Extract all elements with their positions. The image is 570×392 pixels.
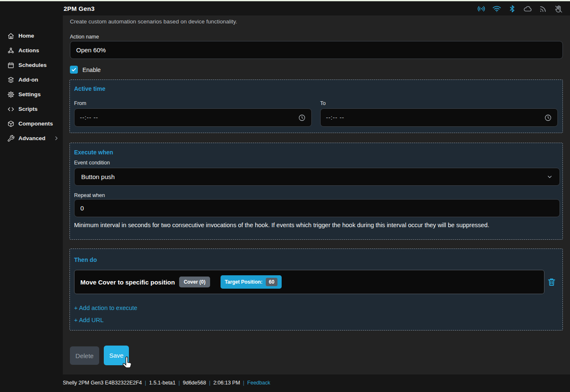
footer-version: 1.5.1-beta1 — [149, 380, 175, 386]
chevron-right-icon — [54, 136, 59, 141]
enable-checkbox[interactable] — [70, 66, 78, 74]
ap-icon — [477, 4, 486, 13]
browser-edge-strip — [0, 0, 570, 1]
sidebar: Home Actions Schedules — [0, 1, 63, 392]
from-time-input[interactable]: --:-- -- — [74, 108, 312, 127]
footer-time: 2:06:13 PM — [213, 380, 240, 386]
sidebar-item-label: Settings — [18, 91, 41, 97]
footer-separator: | — [209, 380, 210, 386]
clock-icon[interactable] — [544, 114, 552, 122]
target-position-badge-label: Target Position: — [225, 279, 262, 285]
to-time-input[interactable]: --:-- -- — [320, 108, 558, 127]
action-name-label: Action name — [70, 34, 99, 40]
gear-icon — [7, 91, 15, 98]
action-row-label: Move Cover to specific position — [80, 279, 175, 286]
code-icon — [7, 105, 15, 113]
action-name-value: Open 60% — [76, 46, 106, 54]
footer-separator: | — [145, 380, 146, 386]
touch-disabled-icon — [554, 4, 563, 13]
sidebar-item-label: Schedules — [18, 62, 47, 68]
enable-row: Enable — [70, 66, 101, 74]
active-time-title: Active time — [74, 85, 105, 92]
from-label: From — [74, 100, 312, 106]
then-do-action-row[interactable]: Move Cover to specific position Cover (0… — [74, 270, 544, 294]
sidebar-item-label: Home — [18, 33, 34, 39]
then-do-title: Then do — [74, 256, 97, 263]
sidebar-item-label: Components — [18, 120, 53, 127]
page-title: 2PM Gen3 — [64, 5, 95, 12]
chevron-down-icon — [547, 174, 553, 180]
repeat-when-value: 0 — [80, 205, 84, 212]
sidebar-item-scripts[interactable]: Scripts — [0, 102, 63, 116]
components-icon — [7, 120, 15, 128]
footer-separator: | — [243, 380, 244, 386]
active-time-section: Active time From --:-- -- To --:-- -- — [69, 79, 563, 133]
status-icon-bar — [477, 4, 563, 13]
to-label: To — [320, 100, 558, 106]
add-action-link[interactable]: + Add action to execute — [74, 305, 137, 311]
repeat-when-label: Repeat when — [74, 192, 105, 198]
feedback-link[interactable]: Feedback — [247, 380, 270, 386]
footer-device: Shelly 2PM Gen3 E4B32322E2F4 — [63, 380, 142, 386]
add-url-link[interactable]: + Add URL — [74, 317, 104, 323]
calendar-icon — [7, 61, 15, 69]
wrench-icon — [7, 135, 15, 142]
enable-label: Enable — [82, 67, 101, 73]
sidebar-item-settings[interactable]: Settings — [0, 87, 63, 102]
save-button[interactable]: Save — [104, 346, 129, 365]
cloud-icon — [523, 4, 532, 13]
home-icon — [7, 32, 15, 40]
trash-icon — [547, 277, 557, 287]
repeat-when-help: Minimum interval in seconds for two cons… — [74, 222, 555, 228]
mqtt-icon — [539, 4, 548, 13]
check-icon — [71, 67, 77, 72]
sidebar-item-schedules[interactable]: Schedules — [0, 58, 63, 72]
repeat-when-input[interactable]: 0 — [74, 199, 560, 217]
event-condition-value: Button push — [81, 173, 547, 180]
cover-badge: Cover (0) — [179, 277, 210, 287]
wifi-icon — [492, 4, 501, 13]
delete-button[interactable]: Delete — [70, 346, 99, 365]
execute-when-title: Execute when — [74, 149, 113, 156]
sidebar-item-label: Scripts — [18, 106, 38, 112]
event-condition-label: Event condition — [74, 160, 110, 166]
actions-icon — [7, 47, 15, 54]
footer-separator: | — [179, 380, 180, 386]
sidebar-item-advanced[interactable]: Advanced — [0, 131, 63, 146]
target-position-value: 60 — [266, 278, 277, 286]
bluetooth-icon — [508, 4, 517, 13]
sidebar-item-label: Advanced — [18, 135, 46, 141]
action-name-input[interactable]: Open 60% — [70, 41, 563, 59]
execute-when-section: Execute when Event condition Button push… — [69, 143, 563, 240]
sidebar-item-label: Actions — [18, 47, 39, 54]
layers-icon — [7, 76, 15, 84]
sidebar-nav: Home Actions Schedules — [0, 28, 63, 146]
clock-icon[interactable] — [298, 114, 306, 122]
delete-action-button[interactable] — [547, 277, 557, 287]
from-time-value: --:-- -- — [80, 114, 298, 121]
sidebar-item-components[interactable]: Components — [0, 116, 63, 131]
sidebar-item-home[interactable]: Home — [0, 28, 63, 43]
footer: Shelly 2PM Gen3 E4B32322E2F4 | 1.5.1-bet… — [63, 380, 270, 386]
target-position-badge[interactable]: Target Position: 60 — [221, 275, 282, 289]
then-do-section: Then do Move Cover to specific position … — [69, 249, 563, 331]
event-condition-select[interactable]: Button push — [74, 168, 560, 186]
to-time-value: --:-- -- — [326, 114, 544, 121]
sidebar-item-addon[interactable]: Add-on — [0, 72, 63, 87]
footer-build: 9d6de568 — [183, 380, 206, 386]
page-subtitle: Create custom automation scenarios based… — [70, 18, 237, 25]
sidebar-item-label: Add-on — [18, 77, 38, 83]
sidebar-item-actions[interactable]: Actions — [0, 43, 63, 58]
